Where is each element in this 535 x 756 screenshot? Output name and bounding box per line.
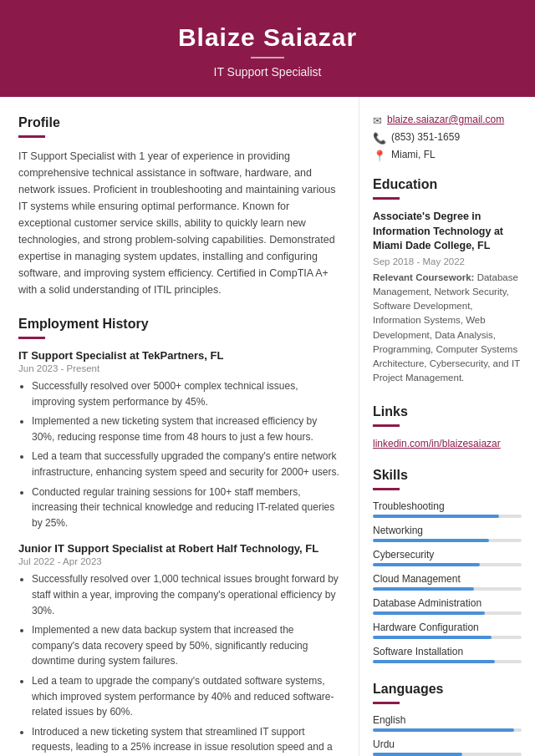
skill-label: Database Administration [373, 597, 522, 609]
header-divider [251, 57, 284, 58]
skill-bar-bg [373, 636, 522, 639]
skill-label: Hardware Configuration [373, 622, 522, 633]
links-divider [373, 424, 400, 427]
employment-section: Employment History IT Support Specialist… [18, 317, 342, 756]
skill-item: Cloud Management [373, 573, 522, 591]
skill-label: Cybersecurity [373, 549, 522, 561]
languages-list: English Urdu [373, 714, 522, 756]
skill-item: Networking [373, 525, 522, 542]
job-1: IT Support Specialist at TekPartners, FL… [18, 349, 342, 530]
skill-bar-fill [373, 660, 495, 663]
contact-section: ✉ blaize.saiazar@gmail.com 📞 (853) 351-1… [373, 114, 522, 162]
email-icon: ✉ [373, 114, 382, 127]
job-2-bullets: Successfully resolved over 1,000 technic… [18, 571, 342, 756]
job-1-date: Jun 2023 - Present [18, 363, 342, 373]
skill-bar-fill [373, 611, 485, 615]
edu-coursework: Relevant Coursework: Database Management… [373, 271, 522, 386]
language-item: Urdu [373, 738, 522, 756]
skill-bar-bg [373, 660, 522, 663]
profile-text: IT Support Specialist with 1 year of exp… [18, 148, 342, 298]
language-label: Urdu [373, 738, 522, 750]
contact-email-row: ✉ blaize.saiazar@gmail.com [373, 114, 522, 127]
skill-item: Hardware Configuration [373, 622, 522, 639]
skill-label: Cloud Management [373, 573, 522, 585]
skill-item: Database Administration [373, 597, 522, 615]
skills-list: Troubleshooting Networking Cybersecurity… [373, 500, 522, 663]
candidate-name: Blaize Saiazar [17, 23, 518, 52]
edu-degree: Associate's Degree in Information Techno… [373, 210, 522, 254]
skill-bar-bg [373, 515, 522, 518]
employment-divider [18, 337, 45, 339]
profile-title: Profile [18, 115, 342, 130]
skill-bar-bg [373, 563, 522, 566]
profile-section: Profile IT Support Specialist with 1 yea… [18, 115, 342, 298]
links-title: Links [373, 404, 522, 419]
phone-icon: 📞 [373, 132, 386, 145]
education-title: Education [373, 177, 522, 192]
links-section: Links linkedin.com/in/blaizesaiazar [373, 404, 522, 449]
right-column: ✉ blaize.saiazar@gmail.com 📞 (853) 351-1… [359, 97, 535, 756]
job-1-title: IT Support Specialist at TekPartners, FL [18, 349, 342, 362]
skill-bar-bg [373, 611, 522, 615]
profile-divider [18, 135, 45, 138]
skill-bar-fill [373, 587, 474, 591]
contact-location: Miami, FL [391, 149, 436, 160]
skill-bar-bg [373, 587, 522, 591]
job-2-date: Jul 2022 - Apr 2023 [18, 556, 342, 566]
language-label: English [373, 714, 522, 726]
language-bar-bg [373, 753, 522, 756]
skills-title: Skills [373, 468, 522, 483]
skill-label: Troubleshooting [373, 500, 522, 512]
skill-bar-bg [373, 539, 522, 542]
skill-item: Software Installation [373, 646, 522, 663]
list-item: Led a team that successfully upgraded th… [32, 449, 342, 479]
language-item: English [373, 714, 522, 732]
coursework-text: Database Management, Network Security, S… [373, 272, 520, 383]
skills-section: Skills Troubleshooting Networking Cybers… [373, 468, 522, 663]
skills-divider [373, 488, 400, 490]
job-1-bullets: Successfully resolved over 5000+ complex… [18, 378, 342, 530]
education-divider [373, 197, 400, 200]
contact-location-row: 📍 Miami, FL [373, 149, 522, 162]
job-2: Junior IT Support Specialist at Robert H… [18, 542, 342, 756]
list-item: Conducted regular training sessions for … [32, 485, 342, 531]
skill-item: Troubleshooting [373, 500, 522, 518]
email-link[interactable]: blaize.saiazar@gmail.com [387, 114, 504, 125]
left-column: Profile IT Support Specialist with 1 yea… [0, 97, 359, 756]
edu-date: Sep 2018 - May 2022 [373, 256, 522, 266]
languages-title: Languages [373, 682, 522, 697]
job-2-title: Junior IT Support Specialist at Robert H… [18, 542, 342, 555]
list-item: Introduced a new ticketing system that s… [32, 724, 342, 756]
skill-label: Software Installation [373, 646, 522, 657]
language-bar-fill [373, 753, 462, 756]
list-item: Successfully resolved over 1,000 technic… [32, 571, 342, 618]
contact-phone: (853) 351-1659 [391, 131, 460, 143]
list-item: Implemented a new ticketing system that … [32, 414, 342, 444]
linkedin-link[interactable]: linkedin.com/in/blaizesaiazar [373, 438, 501, 449]
skill-bar-fill [373, 563, 480, 566]
language-bar-fill [373, 728, 514, 732]
list-item: Led a team to upgrade the company's outd… [32, 673, 342, 720]
education-section: Education Associate's Degree in Informat… [373, 177, 522, 386]
skill-item: Cybersecurity [373, 549, 522, 566]
list-item: Implemented a new data backup system tha… [32, 622, 342, 669]
location-icon: 📍 [373, 150, 386, 162]
resume-header: Blaize Saiazar IT Support Specialist [0, 0, 535, 97]
languages-section: Languages English Urdu [373, 682, 522, 756]
language-bar-bg [373, 728, 522, 732]
skill-bar-fill [373, 539, 489, 542]
employment-title: Employment History [18, 317, 342, 332]
skill-bar-fill [373, 636, 492, 639]
candidate-title: IT Support Specialist [17, 65, 518, 79]
skill-label: Networking [373, 525, 522, 536]
main-container: Profile IT Support Specialist with 1 yea… [0, 97, 535, 756]
contact-phone-row: 📞 (853) 351-1659 [373, 131, 522, 145]
skill-bar-fill [373, 515, 499, 518]
coursework-label: Relevant Coursework: [373, 272, 474, 282]
list-item: Successfully resolved over 5000+ complex… [32, 378, 342, 409]
languages-divider [373, 702, 400, 704]
